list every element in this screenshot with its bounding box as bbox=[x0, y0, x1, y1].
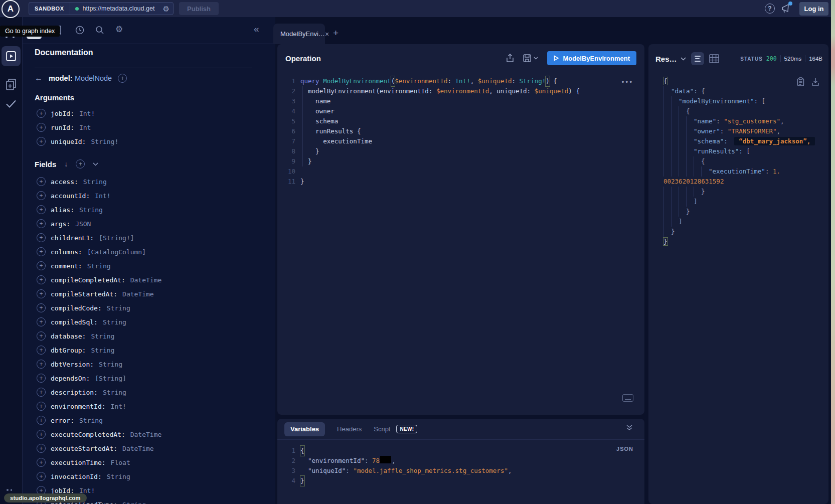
rail-more-icon[interactable] bbox=[7, 489, 12, 491]
field-type[interactable]: String bbox=[79, 206, 103, 214]
add-all-fields-icon[interactable]: + bbox=[76, 159, 85, 169]
page-edge-scrollbar[interactable] bbox=[831, 0, 835, 504]
field-type[interactable]: String bbox=[107, 304, 130, 312]
field-type[interactable]: Int! bbox=[95, 192, 110, 200]
add-field-plus-icon[interactable]: + bbox=[37, 109, 46, 118]
field-row[interactable]: +dbtVersion:String bbox=[37, 357, 161, 371]
field-row[interactable]: +comment:String bbox=[37, 259, 161, 273]
add-field-plus-icon[interactable]: + bbox=[37, 388, 46, 397]
operation-tab[interactable]: ModelByEnvi… × bbox=[273, 24, 325, 44]
argument-row[interactable]: +uniqueId:String! bbox=[37, 134, 118, 148]
field-row[interactable]: +dbtGroup:String bbox=[37, 343, 161, 357]
tab-script[interactable]: Script bbox=[374, 425, 390, 433]
field-type[interactable]: [String] bbox=[95, 375, 126, 382]
apollo-logo[interactable]: A bbox=[2, 0, 20, 18]
variables-editor[interactable]: 1{2 "environmentId": 78,3 "uniqueId": "m… bbox=[277, 440, 644, 486]
back-arrow-icon[interactable]: ← bbox=[35, 74, 43, 83]
add-field-plus-icon[interactable]: + bbox=[37, 123, 46, 132]
argument-row[interactable]: +jobId:Int! bbox=[37, 106, 118, 120]
help-icon[interactable]: ? bbox=[765, 4, 775, 14]
add-field-plus-icon[interactable]: + bbox=[37, 247, 46, 256]
add-field-plus-icon[interactable]: + bbox=[37, 360, 46, 369]
field-row[interactable]: +dependsOn:[String] bbox=[37, 371, 161, 385]
add-field-plus-icon[interactable]: + bbox=[37, 219, 46, 228]
add-field-plus-icon[interactable]: + bbox=[118, 74, 127, 83]
endpoint-bar[interactable]: SANDBOX https://metadata.cloud.get ⚙ bbox=[29, 2, 174, 15]
save-icon[interactable] bbox=[523, 54, 531, 62]
add-field-plus-icon[interactable]: + bbox=[37, 191, 46, 200]
add-field-plus-icon[interactable]: + bbox=[37, 289, 46, 298]
add-field-plus-icon[interactable]: + bbox=[37, 137, 46, 146]
response-chevron-icon[interactable] bbox=[681, 57, 686, 61]
add-field-plus-icon[interactable]: + bbox=[37, 233, 46, 242]
field-type[interactable]: DateTime bbox=[122, 290, 154, 298]
field-row[interactable]: +invocationId:String bbox=[37, 469, 161, 483]
add-field-plus-icon[interactable]: + bbox=[37, 472, 46, 481]
field-type[interactable]: String bbox=[103, 318, 126, 326]
add-field-plus-icon[interactable]: + bbox=[37, 374, 46, 383]
explorer-nav-button[interactable] bbox=[2, 46, 21, 66]
close-tab-icon[interactable]: × bbox=[325, 31, 329, 38]
field-type[interactable]: String bbox=[91, 332, 114, 340]
field-type[interactable]: String bbox=[103, 389, 126, 396]
field-row[interactable]: +compiledSql:String bbox=[37, 315, 161, 329]
response-viewer[interactable]: {"data": {"modelByEnvironment": [{"name"… bbox=[648, 73, 828, 247]
field-type[interactable]: String bbox=[79, 417, 103, 424]
field-row[interactable]: +compileStartedAt:DateTime bbox=[37, 287, 161, 301]
field-type[interactable]: Int! bbox=[111, 403, 126, 410]
field-type[interactable]: String bbox=[83, 178, 107, 186]
field-type[interactable]: String bbox=[99, 361, 122, 368]
field-row[interactable]: +database:String bbox=[37, 329, 161, 343]
add-field-plus-icon[interactable]: + bbox=[37, 346, 46, 355]
field-type[interactable]: String! bbox=[91, 138, 118, 145]
field-row[interactable]: +args:JSON bbox=[37, 217, 161, 231]
checks-nav-button[interactable] bbox=[0, 99, 22, 108]
add-field-plus-icon[interactable]: + bbox=[37, 416, 46, 425]
field-row[interactable]: +compiledCode:String bbox=[37, 301, 161, 315]
publish-button[interactable]: Publish bbox=[179, 2, 219, 15]
field-type[interactable]: DateTime bbox=[130, 431, 162, 438]
add-field-plus-icon[interactable]: + bbox=[37, 444, 46, 453]
add-field-plus-icon[interactable]: + bbox=[37, 317, 46, 326]
copy-response-icon[interactable] bbox=[797, 77, 804, 86]
field-type[interactable]: Float bbox=[111, 459, 130, 466]
field-row[interactable]: +error:String bbox=[37, 413, 161, 427]
field-type[interactable]: String bbox=[107, 473, 130, 480]
field-row[interactable]: +childrenL1:[String!] bbox=[37, 231, 161, 245]
fields-chevron-icon[interactable] bbox=[93, 162, 98, 166]
add-field-plus-icon[interactable]: + bbox=[37, 275, 46, 284]
endpoint-url-input[interactable]: https://metadata.cloud.get bbox=[83, 5, 163, 12]
field-type[interactable]: String bbox=[91, 347, 114, 354]
field-row[interactable]: +alias:String bbox=[37, 203, 161, 217]
add-field-plus-icon[interactable]: + bbox=[37, 458, 46, 467]
field-row[interactable]: +environmentId:Int! bbox=[37, 399, 161, 413]
add-field-plus-icon[interactable]: + bbox=[37, 205, 46, 214]
endpoint-settings-gear-icon[interactable]: ⚙ bbox=[163, 5, 170, 13]
add-field-plus-icon[interactable]: + bbox=[37, 261, 46, 270]
tab-variables[interactable]: Variables bbox=[284, 422, 325, 436]
collapse-docs-icon[interactable]: « bbox=[254, 24, 259, 34]
operation-editor[interactable]: 1query ModelByEnvironment($environmentId… bbox=[277, 72, 644, 187]
collapse-variables-icon[interactable] bbox=[625, 424, 633, 431]
field-type[interactable]: String bbox=[87, 262, 111, 270]
schema-nav-button[interactable] bbox=[0, 78, 22, 91]
docs-field-type-link[interactable]: ModelNode bbox=[75, 74, 112, 82]
field-row[interactable]: +compileCompletedAt:DateTime bbox=[37, 273, 161, 287]
search-icon[interactable] bbox=[95, 25, 105, 35]
field-type[interactable]: [String!] bbox=[99, 234, 134, 242]
formatted-view-button[interactable] bbox=[691, 52, 704, 65]
add-field-plus-icon[interactable]: + bbox=[37, 331, 46, 341]
add-field-plus-icon[interactable]: + bbox=[37, 430, 46, 439]
field-row[interactable]: +description:String bbox=[37, 385, 161, 399]
table-view-button[interactable] bbox=[709, 54, 719, 63]
tab-headers[interactable]: Headers bbox=[337, 425, 362, 433]
field-type[interactable]: Int bbox=[79, 124, 91, 131]
add-field-plus-icon[interactable]: + bbox=[37, 177, 46, 186]
field-row[interactable]: +executionTime:Float bbox=[37, 455, 161, 469]
field-type[interactable]: Int! bbox=[79, 110, 95, 117]
run-operation-button[interactable]: ModelByEnvironment bbox=[547, 51, 636, 65]
sort-fields-icon[interactable]: ↓ bbox=[64, 160, 68, 168]
field-type[interactable]: [CatalogColumn] bbox=[87, 248, 146, 256]
field-type[interactable]: JSON bbox=[75, 220, 91, 228]
download-response-icon[interactable] bbox=[811, 77, 819, 86]
